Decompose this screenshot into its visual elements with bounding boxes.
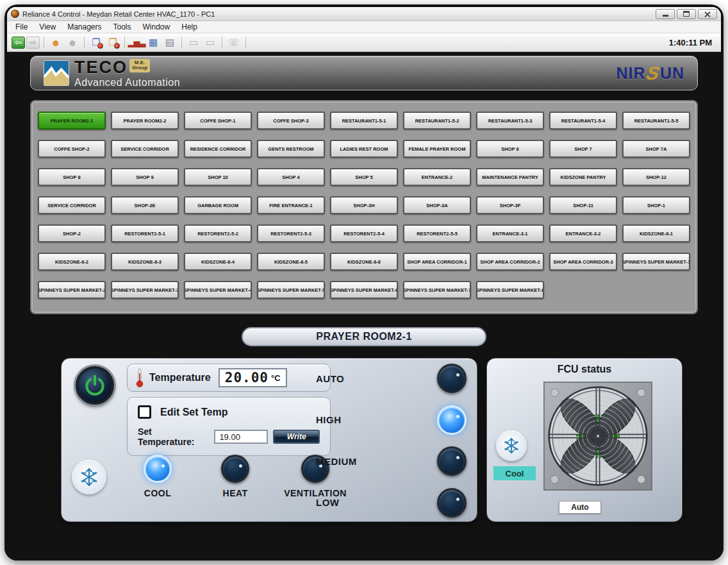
room-button[interactable]: RESIDENCE CORRIDOR <box>184 140 252 158</box>
room-button[interactable]: SHOP 9 <box>111 168 179 186</box>
room-button[interactable]: SHOP-1 <box>622 196 690 214</box>
room-button[interactable]: SHOP-11 <box>549 196 617 214</box>
room-button[interactable]: FEMALE PRAYER ROOM <box>403 140 471 158</box>
print-preview-icon[interactable]: ▭ <box>203 35 218 49</box>
room-button[interactable]: SHOP 7A <box>622 140 690 158</box>
room-button[interactable]: LADIES REST ROOM <box>330 140 398 158</box>
forward-icon[interactable]: ⇨ <box>26 37 40 49</box>
room-button[interactable]: SHOP 10 <box>184 168 252 186</box>
room-button[interactable]: KIDSZONE-6-2 <box>38 253 106 271</box>
print-icon[interactable]: ▭ <box>186 35 201 49</box>
room-button[interactable]: KIDSZONE-6-3 <box>111 253 179 271</box>
menu-item[interactable]: View <box>33 22 62 32</box>
alarm-document-icon[interactable]: ❒ <box>88 35 104 49</box>
room-button[interactable]: SPINNEYS SUPER MARKET-3 <box>111 281 179 299</box>
mode-label: HEAT <box>223 488 248 498</box>
back-icon[interactable]: ⇦ <box>12 37 25 49</box>
separator[interactable] <box>84 37 85 48</box>
room-button[interactable]: FIRE ENTRANCE-1 <box>257 196 325 214</box>
separator[interactable] <box>124 37 125 48</box>
menu-item[interactable]: Tools <box>108 22 137 32</box>
separator[interactable] <box>245 37 246 48</box>
room-button[interactable]: SHOP 5 <box>330 168 398 186</box>
room-button[interactable]: ENTRANCE-3-1 <box>476 224 544 242</box>
menu-item[interactable]: Managers <box>62 22 107 32</box>
room-button[interactable]: ENTRANCE-3-2 <box>549 224 617 242</box>
room-button[interactable]: SHOP AREA CORRIDOR-1 <box>403 253 471 271</box>
room-button[interactable]: SHOP 7 <box>549 140 617 158</box>
room-button[interactable]: GARBAGE ROOM <box>184 196 252 214</box>
room-button[interactable]: SPINNEYS SUPER MARKET-4 <box>184 281 252 299</box>
room-button[interactable]: SHOP-2 <box>38 224 106 242</box>
room-button[interactable]: SHOP AREA CORRIDOR-2 <box>476 253 544 271</box>
menu-item[interactable]: File <box>10 22 33 32</box>
user-login-icon[interactable]: ☻ <box>48 35 63 49</box>
room-button[interactable]: SPINNEYS SUPER MARKET-5 <box>257 281 325 299</box>
edit-set-temp-checkbox[interactable] <box>138 405 151 419</box>
room-button[interactable]: SHOP AREA CORRIDOR-3 <box>549 253 617 271</box>
auto-speed-button[interactable] <box>437 364 467 393</box>
room-button[interactable]: KIDSZONE-6-1 <box>622 224 690 242</box>
high-speed-button[interactable] <box>437 405 467 435</box>
write-button[interactable]: Write <box>273 430 320 444</box>
power-button[interactable] <box>76 366 114 405</box>
room-button[interactable]: RESTORENT2-5-3 <box>257 224 325 242</box>
room-button[interactable]: RESTAURANT1-5-1 <box>330 112 398 130</box>
room-button[interactable]: COFFE SHOP-3 <box>257 112 325 130</box>
alarm-folder-icon[interactable]: ❐ <box>105 35 120 49</box>
room-button[interactable]: SHOP 8 <box>38 168 106 186</box>
room-button[interactable]: COFFE SHOP-2 <box>38 140 106 158</box>
user-logout-icon[interactable]: ☻ <box>65 35 80 49</box>
room-button[interactable]: SHOP-3H <box>330 196 398 214</box>
room-button[interactable]: ENTRANCE-2 <box>403 168 471 186</box>
room-button[interactable]: SHOP-12 <box>622 168 690 186</box>
trends-chart-icon[interactable]: ▂▅▃ <box>129 35 144 49</box>
room-button[interactable]: SHOP-3F <box>476 196 544 214</box>
room-button[interactable]: RESTAURANT1-5-3 <box>476 112 544 130</box>
room-button[interactable]: RESTORENT2-5-1 <box>111 224 179 242</box>
low-speed-button[interactable] <box>437 488 467 518</box>
room-button[interactable]: MAINTENANCE PANTRY <box>476 168 544 186</box>
thermometer-icon <box>135 367 144 389</box>
room-button[interactable]: RESTAURANT1-5-4 <box>549 112 617 130</box>
room-button[interactable]: SPINNEYS SUPER MARKET-1 <box>622 253 690 271</box>
separator[interactable] <box>181 37 182 48</box>
phone-icon[interactable]: ☏ <box>226 35 242 49</box>
room-button[interactable]: SHOP-3A <box>403 196 471 214</box>
room-button[interactable]: SERVICE CORRIDOR <box>111 140 179 158</box>
separator[interactable] <box>222 37 222 48</box>
medium-speed-button[interactable] <box>437 446 467 476</box>
room-button[interactable]: RESTAURANT1-5-5 <box>622 112 690 130</box>
room-button[interactable]: RESTAURANT1-5-2 <box>403 112 471 130</box>
data-table-icon[interactable]: ▦ <box>145 35 161 49</box>
menu-item[interactable]: Window <box>137 22 176 32</box>
maximize-button[interactable] <box>677 9 696 19</box>
heat-mode-button[interactable] <box>221 455 249 483</box>
cool-mode-button[interactable] <box>144 455 172 483</box>
room-button[interactable]: GENTS RESTROOM <box>257 140 325 158</box>
room-button[interactable]: KIDSZONE-6-5 <box>257 253 325 271</box>
room-button[interactable]: KIDSZONE PANTRY <box>549 168 617 186</box>
room-button[interactable]: KIDSZONE-6-6 <box>330 253 398 271</box>
room-button[interactable]: SPINNEYS SUPER MARKET-8 <box>476 281 544 299</box>
minimize-button[interactable] <box>656 9 675 19</box>
close-button[interactable] <box>698 9 717 19</box>
room-button[interactable]: SPINNEYS SUPER MARKET-2 <box>38 281 106 299</box>
room-button[interactable]: COFFE SHOP-1 <box>184 112 252 130</box>
room-button[interactable]: SPINNEYS SUPER MARKET-6 <box>330 281 398 299</box>
menu-item[interactable]: Help <box>176 22 203 32</box>
room-button[interactable]: RESTORENT2-5-2 <box>184 224 252 242</box>
room-button[interactable]: SPINNEYS SUPER MARKET-7 <box>403 281 471 299</box>
room-button[interactable]: RESTORENT2-5-5 <box>403 224 471 242</box>
report-icon[interactable]: ▤ <box>162 35 178 49</box>
room-button[interactable]: SHOP-3E <box>111 196 179 214</box>
room-button[interactable]: SHOP 4 <box>257 168 325 186</box>
separator[interactable] <box>44 37 44 48</box>
room-button[interactable]: KIDSZONE-6-4 <box>184 253 252 271</box>
room-button[interactable]: PRAYER ROOM2-1 <box>38 112 106 130</box>
room-button[interactable]: PRAYER ROOM2-2 <box>111 112 179 130</box>
set-temperature-input[interactable] <box>214 430 268 444</box>
room-button[interactable]: SERVICE CORRIDOR <box>38 196 106 214</box>
room-button[interactable]: RESTORENT2-5-4 <box>330 224 398 242</box>
room-button[interactable]: SHOP 6 <box>476 140 544 158</box>
